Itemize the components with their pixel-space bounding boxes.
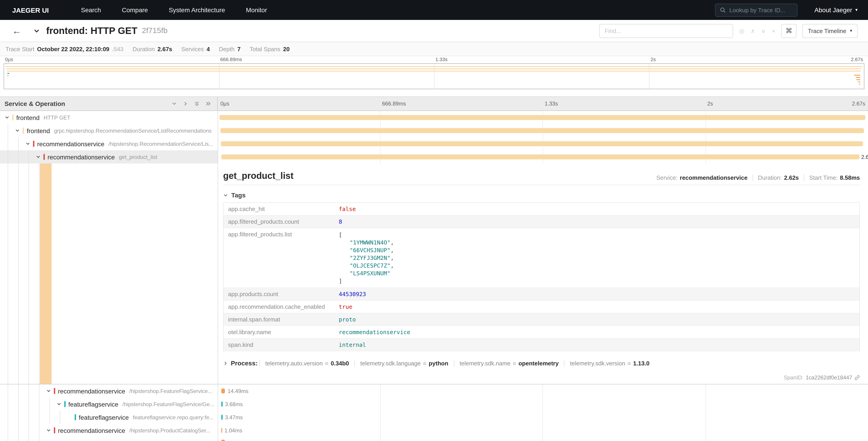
span-detail-accent[interactable]	[40, 164, 52, 384]
indent-guide	[39, 398, 39, 411]
span-bar[interactable]	[221, 402, 223, 407]
span-name-cell	[0, 437, 218, 441]
focus-result-icon[interactable]: ◎	[739, 27, 744, 34]
equals-sign: =	[627, 360, 631, 366]
back-button[interactable]: ←	[12, 26, 21, 36]
tags-accordion-header[interactable]: Tags	[223, 192, 860, 199]
indent-guide	[29, 164, 29, 384]
service-color-chip	[54, 388, 55, 394]
span-bar-cell	[218, 437, 868, 441]
trace-id-search-input[interactable]	[729, 6, 792, 13]
span-bar[interactable]	[221, 388, 225, 393]
column-resizer[interactable]	[218, 111, 218, 441]
span-row-get-product-list[interactable]: recommendationservice get_product_list 2…	[0, 150, 868, 164]
brand[interactable]: JAEGER UI	[12, 6, 49, 14]
minimap-span-line	[854, 75, 860, 76]
find-input[interactable]	[599, 24, 733, 38]
indent-guide	[39, 164, 39, 384]
operation-name: /hipstershop.RecommendationService/Lis..…	[108, 141, 213, 147]
span-row-featureflag-repo-query[interactable]: featureflagservice featureflagservice.re…	[0, 411, 868, 424]
expand-all-icon[interactable]	[206, 101, 211, 107]
indent-guide	[18, 137, 19, 150]
keyboard-shortcuts-button[interactable]: ⌘	[781, 24, 797, 38]
span-bar-cell: 2.62s	[218, 150, 868, 164]
json-string: "1YMWWN1N4O"	[350, 239, 391, 246]
chevron-down-icon[interactable]	[46, 428, 51, 433]
tag-value: true	[339, 303, 352, 310]
chevron-down-icon[interactable]	[4, 115, 9, 120]
trace-view-selector[interactable]: Trace Timeline ▾	[802, 24, 858, 38]
nav-item-search[interactable]: Search	[71, 6, 112, 13]
chevron-down-icon[interactable]	[25, 141, 30, 146]
span-bar-cell	[218, 124, 868, 137]
services-value: 4	[207, 46, 210, 52]
json-comma: ,	[391, 239, 394, 246]
span-bar[interactable]	[221, 154, 859, 159]
chevron-down-icon[interactable]	[15, 128, 20, 133]
timeline-body: frontend HTTP GET frontend grpc.hipsters…	[0, 111, 868, 441]
tag-row: span.kind internal	[223, 339, 860, 351]
span-row-productcatalog-call[interactable]: recommendationservice /hipstershop.Produ…	[0, 424, 868, 437]
span-bar-cell	[218, 137, 868, 150]
span-bar[interactable]	[219, 115, 865, 120]
collapse-one-icon[interactable]	[172, 101, 177, 107]
process-tag: telemetry.auto.version = 0.34b0	[259, 360, 354, 366]
minimap-tick: 1.33s	[435, 57, 447, 62]
span-bar-cell: 3.68ms	[218, 398, 868, 411]
nav-item-compare[interactable]: Compare	[111, 6, 158, 13]
span-id-value: 1ca2262df0e18447	[806, 375, 852, 381]
nav-item-monitor[interactable]: Monitor	[236, 6, 277, 13]
equals-sign: =	[325, 360, 328, 366]
trace-minimap: 0μs 666.89ms 1.33s 2s 2.67s	[4, 56, 864, 96]
tag-key: app.filtered_products.list	[223, 228, 334, 288]
span-bar[interactable]	[221, 415, 223, 420]
process-tag-value: python	[429, 360, 448, 366]
chevron-down-icon[interactable]: ∨	[761, 27, 766, 34]
process-accordion-header[interactable]: Process: telemetry.auto.version = 0.34b0…	[223, 359, 860, 367]
process-tag-value: opentelemetry	[518, 360, 559, 366]
span-duration-label: 3.47ms	[225, 414, 243, 421]
span-bar[interactable]	[220, 128, 864, 133]
span-detail-operation: get_product_list	[223, 171, 293, 181]
indent-guide	[18, 437, 19, 441]
summary-depth: Depth 7	[219, 46, 241, 52]
tag-key: app.recommendation.cache_enabled	[223, 300, 334, 313]
span-row-recommendation-list[interactable]: recommendationservice /hipstershop.Recom…	[0, 137, 868, 150]
span-row-frontend-grpc[interactable]: frontend grpc.hipstershop.Recommendation…	[0, 124, 868, 137]
depth-value: 7	[237, 46, 241, 52]
span-row-frontend-http-get[interactable]: frontend HTTP GET	[0, 111, 868, 124]
json-comma: ,	[391, 255, 394, 261]
minimap-gridline	[219, 64, 219, 89]
span-row-featureflagservice-get[interactable]: featureflagservice /hipstershop.FeatureF…	[0, 398, 868, 411]
span-bar[interactable]	[221, 428, 222, 433]
chevron-down-icon[interactable]	[36, 154, 41, 159]
nav-item-system-architecture[interactable]: System Architecture	[158, 6, 236, 13]
deep-link-icon[interactable]	[855, 375, 860, 380]
process-tag-value: 1.13.0	[633, 360, 649, 366]
about-jaeger-menu[interactable]: About Jaeger ▾	[814, 6, 858, 13]
span-row-featureflag-call[interactable]: recommendationservice /hipstershop.Featu…	[0, 384, 868, 398]
minimap-span-line	[856, 77, 860, 78]
collapse-all-icon[interactable]	[194, 101, 199, 107]
process-tag-value: 0.34b0	[331, 360, 349, 366]
span-bar[interactable]	[221, 141, 863, 146]
tag-value: 8	[339, 218, 342, 225]
chevron-up-icon[interactable]: ∧	[750, 27, 755, 34]
expand-one-icon[interactable]	[183, 101, 188, 107]
trace-collapse-chevron-icon[interactable]	[33, 27, 40, 34]
chevron-down-icon[interactable]	[57, 402, 62, 407]
operation-name: grpc.hipstershop.RecommendationService/L…	[54, 127, 212, 134]
chevron-down-icon[interactable]	[46, 388, 51, 393]
indent-guide	[8, 411, 8, 424]
process-tag: telemetry.sdk.language = python	[354, 360, 454, 366]
minimap-span-line	[6, 68, 861, 69]
summary-total-spans: Total Spans 20	[250, 46, 290, 52]
detail-duration-value: 2.62s	[784, 174, 799, 181]
trace-id-search-box[interactable]	[715, 3, 797, 17]
minimap-tick-labels: 0μs 666.89ms 1.33s 2s 2.67s	[4, 56, 864, 63]
tag-row: app.cache_hit false	[223, 203, 860, 215]
span-id-row: SpanID: 1ca2262df0e18447	[784, 375, 860, 381]
clear-find-icon[interactable]: ×	[772, 27, 775, 34]
minimap-canvas[interactable]	[4, 63, 864, 89]
indent-guide	[29, 411, 29, 424]
